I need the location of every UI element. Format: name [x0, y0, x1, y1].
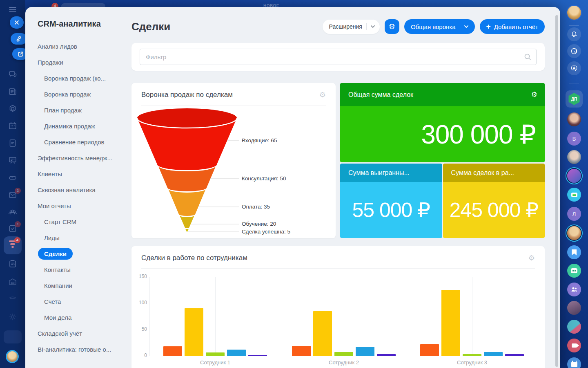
- dp-workspace-tile[interactable]: ДП: [566, 90, 583, 108]
- sidebar-item-13[interactable]: Сделки: [25, 246, 122, 262]
- funnel-label-2: Оплата: 35: [242, 204, 270, 210]
- sidebar-item-1[interactable]: Продажи: [25, 54, 122, 70]
- group-chat-button[interactable]: [567, 283, 581, 296]
- close-menu-button[interactable]: [10, 16, 24, 29]
- funnel-select-dropdown[interactable]: Общая воронка: [404, 19, 475, 34]
- chat-avatar[interactable]: [567, 301, 581, 315]
- chat-channel-button[interactable]: [567, 188, 581, 202]
- chat-avatar[interactable]: [567, 226, 581, 240]
- sidebar-item-9[interactable]: Сквозная аналитика: [25, 182, 122, 198]
- bar: [441, 290, 460, 356]
- add-report-button[interactable]: + Добавить отчёт: [480, 19, 545, 34]
- sidebar-item-12[interactable]: Лиды: [25, 230, 122, 246]
- bar-group-1: [292, 277, 396, 356]
- chevron-down-icon: [464, 25, 468, 28]
- chat-avatar[interactable]: [567, 320, 581, 334]
- bot-chat-button[interactable]: [567, 264, 581, 278]
- document-icon[interactable]: [8, 138, 18, 148]
- vertical-scrollbar[interactable]: [555, 15, 558, 367]
- drive-icon[interactable]: [8, 173, 18, 183]
- people-icon: [570, 285, 578, 294]
- copy-link-button[interactable]: [11, 33, 27, 45]
- bar: [484, 352, 503, 356]
- sidebar-item-4[interactable]: План продаж: [25, 102, 122, 118]
- menu-hamburger-icon[interactable]: [8, 5, 18, 15]
- dashboard-settings-button[interactable]: ⚙: [385, 19, 399, 34]
- main-panel: CRM-аналитика Анализ лидовПродажиВоронка…: [25, 7, 560, 368]
- chat-avatar-letter[interactable]: В: [567, 132, 581, 146]
- sidebar-item-7[interactable]: Эффективность менедж...: [25, 150, 122, 166]
- sidebar-item-15[interactable]: Компании: [25, 278, 122, 294]
- filter-box: [140, 49, 537, 65]
- funnel-label-3: Обучение: 20: [242, 221, 276, 227]
- crm-active-tile[interactable]: 4: [4, 236, 22, 254]
- sidebar-item-16[interactable]: Счета: [25, 294, 122, 310]
- settings-icon[interactable]: [8, 312, 18, 322]
- mail-icon[interactable]: 2: [8, 190, 18, 200]
- funnel-card-title: Воронка продаж по сделкам: [141, 91, 233, 99]
- calendar-icon[interactable]: [8, 121, 18, 131]
- y-tick-label: 150: [135, 274, 147, 279]
- sidebar-menu: Анализ лидовПродажиВоронка продаж (ко...…: [25, 38, 122, 357]
- video-camera-icon: [572, 343, 577, 348]
- news-feed-icon[interactable]: [8, 87, 18, 96]
- tasks-icon[interactable]: 1: [8, 224, 18, 233]
- copilot-spiral-icon: [570, 47, 578, 55]
- chat-avatar[interactable]: [567, 112, 581, 126]
- sidebar-item-2[interactable]: Воронка продаж (ко...: [25, 70, 122, 86]
- messenger-icon[interactable]: [8, 70, 18, 79]
- calendar-button[interactable]: [567, 357, 581, 368]
- inprogress-sum-card: Сумма сделок в ра... 245 000 ₽: [443, 164, 545, 238]
- total-sum-gear-icon[interactable]: ⚙: [531, 90, 537, 99]
- notifications-button[interactable]: [567, 27, 581, 41]
- current-user-avatar[interactable]: [6, 350, 19, 363]
- rail-extra-tile[interactable]: [4, 330, 22, 343]
- y-tick-label: 50: [135, 326, 147, 332]
- sidebar-item-10[interactable]: Мои отчеты: [25, 198, 122, 214]
- sidebar-item-11[interactable]: Старт CRM: [25, 214, 122, 230]
- bar: [356, 347, 374, 356]
- gear-icon: ⚙: [389, 22, 395, 31]
- chat-avatar[interactable]: [567, 150, 581, 164]
- sidebar-item-3[interactable]: Воронка продаж: [25, 86, 122, 102]
- sidebar-item-6[interactable]: Сравнение периодов: [25, 134, 122, 150]
- chevron-down-icon: [371, 25, 375, 28]
- warehouse-icon[interactable]: [8, 277, 18, 287]
- search-icon[interactable]: [524, 53, 531, 61]
- sidebar-item-17[interactable]: Мои дела: [25, 310, 122, 325]
- chat-sync-button[interactable]: [567, 61, 581, 75]
- bar: [185, 308, 203, 356]
- sidebar-item-5[interactable]: Динамика продаж: [25, 118, 122, 134]
- header-controls: Расширения ⚙ Общая воронка + Добавить от…: [323, 19, 545, 34]
- extensions-dropdown[interactable]: Расширения: [323, 20, 380, 34]
- copilot-button[interactable]: [567, 44, 581, 58]
- chat-avatar[interactable]: [567, 169, 581, 183]
- funnel-label-0: Входящие: 65: [242, 137, 277, 144]
- saved-messages-button[interactable]: [567, 245, 581, 259]
- sidebar-item-0[interactable]: Анализ лидов: [25, 38, 122, 54]
- sidebar-item-14[interactable]: Контакты: [25, 262, 122, 278]
- sidebar-item-18[interactable]: Складской учёт: [25, 325, 122, 341]
- bar-card-gear-icon[interactable]: ⚙: [528, 254, 535, 263]
- y-tick-label: 100: [135, 300, 147, 305]
- main-content: Сделки Расширения ⚙ Общая воронка + Доба…: [122, 7, 560, 368]
- presentation-icon[interactable]: [8, 155, 18, 165]
- page-header: Сделки Расширения ⚙ Общая воронка + Доба…: [131, 19, 545, 34]
- phone-icon[interactable]: [8, 295, 18, 305]
- groups-icon[interactable]: [8, 207, 18, 217]
- crm-badge: 4: [14, 237, 20, 243]
- profile-avatar[interactable]: [567, 6, 581, 20]
- won-sum-title: Сумма выигранны...: [348, 169, 410, 177]
- category-label: Сотрудник 2: [292, 359, 396, 366]
- sidebar-item-19[interactable]: BI-аналитика: готовые о...: [25, 341, 122, 357]
- funnel-card-gear-icon[interactable]: ⚙: [319, 90, 326, 99]
- filter-input[interactable]: [140, 54, 524, 61]
- bar-chart-card: Сделки в работе по сотрудникам ⚙ 0501001…: [131, 246, 545, 368]
- kpi-cards: Общая сумма сделок ⚙ 300 000 ₽ Сумма выи…: [340, 83, 545, 238]
- chat-avatar-letter[interactable]: Л: [567, 207, 581, 221]
- clipboard-icon[interactable]: [8, 259, 18, 269]
- category-label: Сотрудник 1: [163, 359, 267, 366]
- video-call-button[interactable]: [567, 339, 581, 352]
- sidebar-item-8[interactable]: Клиенты: [25, 166, 122, 182]
- hexagon-app-icon[interactable]: [8, 104, 18, 114]
